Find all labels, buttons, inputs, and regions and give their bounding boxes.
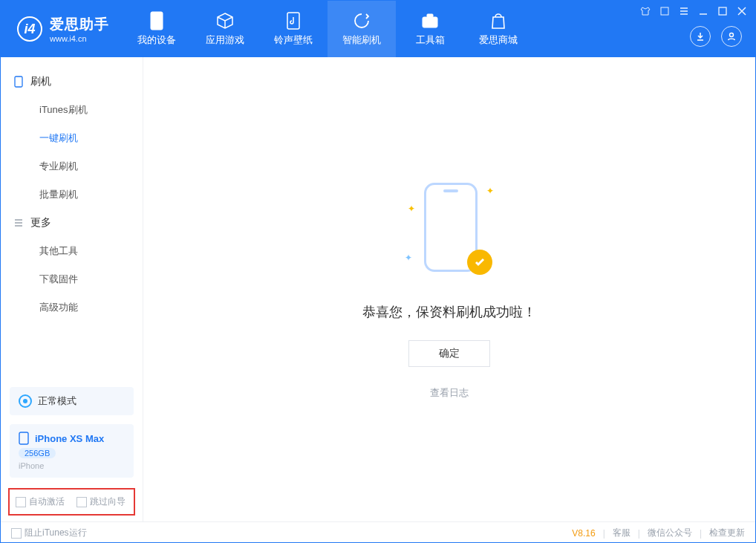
device-info[interactable]: iPhone XS Max 256GB iPhone [10, 424, 134, 478]
nav-tab-label: 工具箱 [416, 33, 445, 47]
svg-rect-0 [151, 12, 163, 30]
list-icon [13, 217, 25, 229]
tshirt-icon[interactable] [639, 5, 651, 17]
checkbox-label: 阻止iTunes运行 [25, 527, 87, 539]
checkbox-label: 跳过向导 [90, 495, 126, 508]
sidebar-item-pro[interactable]: 专业刷机 [1, 152, 143, 181]
footer-link-update[interactable]: 检查更新 [709, 527, 745, 539]
refresh-shield-icon [352, 11, 371, 30]
success-illustration: ✦ ✦ ✦ [405, 180, 494, 284]
sidebar-item-oneclick[interactable]: 一键刷机 [1, 124, 143, 152]
version-label: V8.16 [572, 528, 595, 539]
svg-rect-3 [427, 14, 433, 17]
nav-tab-label: 应用游戏 [206, 33, 244, 47]
header-actions [690, 26, 742, 47]
sidebar-group-label: 刷机 [30, 75, 51, 88]
nav-tabs: 我的设备 应用游戏 铃声壁纸 智能刷机 工具箱 爱思商城 [123, 1, 532, 57]
device-phone-icon [19, 432, 29, 445]
sidebar: 刷机 iTunes刷机 一键刷机 专业刷机 批量刷机 更多 其他工具 下载固件 … [1, 57, 143, 521]
svg-rect-7 [15, 77, 22, 87]
app-logo: i4 爱思助手 www.i4.cn [1, 1, 123, 57]
nav-tab-label: 我的设备 [137, 33, 176, 47]
sidebar-group-more[interactable]: 更多 [1, 209, 143, 237]
bag-icon [489, 11, 508, 30]
svg-rect-5 [719, 7, 726, 15]
mode-dot-icon [19, 394, 32, 408]
mode-label: 正常模式 [38, 394, 76, 408]
flash-options-highlight: 自动激活 跳过向导 [8, 488, 135, 516]
download-button[interactable] [690, 26, 711, 47]
view-log-link[interactable]: 查看日志 [430, 386, 469, 400]
minimize-icon[interactable] [697, 5, 709, 17]
logo-icon: i4 [17, 16, 42, 42]
sparkle-icon: ✦ [486, 186, 494, 196]
sparkle-icon: ✦ [408, 204, 415, 214]
toolbox-icon [420, 11, 440, 30]
nav-tab-apps[interactable]: 应用游戏 [191, 1, 259, 57]
app-name-cn: 爱思助手 [50, 15, 109, 34]
checkbox-icon [16, 497, 26, 507]
skin-icon[interactable] [659, 5, 671, 17]
sparkle-icon: ✦ [405, 253, 412, 263]
mode-indicator[interactable]: 正常模式 [10, 387, 134, 415]
sidebar-item-batch[interactable]: 批量刷机 [1, 181, 143, 209]
music-file-icon [284, 11, 303, 30]
sidebar-group-flash[interactable]: 刷机 [1, 68, 143, 96]
sidebar-item-other[interactable]: 其他工具 [1, 237, 143, 265]
app-name-en: www.i4.cn [50, 34, 109, 43]
sidebar-group-label: 更多 [30, 216, 51, 230]
footer-link-service[interactable]: 客服 [613, 527, 630, 539]
svg-rect-4 [661, 7, 668, 15]
status-bar: 阻止iTunes运行 V8.16 | 客服 | 微信公众号 | 检查更新 [1, 521, 755, 543]
cube-icon [215, 11, 235, 30]
nav-tab-label: 智能刷机 [342, 33, 381, 47]
svg-rect-2 [423, 17, 437, 27]
account-button[interactable] [721, 26, 742, 47]
device-type: iPhone [19, 461, 125, 470]
checkbox-block-itunes[interactable]: 阻止iTunes运行 [11, 527, 87, 539]
window-controls [639, 5, 748, 17]
ok-button[interactable]: 确定 [408, 340, 490, 367]
nav-tab-label: 爱思商城 [479, 33, 518, 47]
svg-point-6 [730, 33, 734, 37]
close-icon[interactable] [736, 5, 748, 17]
checkbox-skip-guide[interactable]: 跳过向导 [76, 495, 126, 508]
menu-icon[interactable] [678, 5, 690, 17]
device-icon [13, 76, 25, 88]
checkbox-label: 自动激活 [29, 495, 65, 508]
device-capacity: 256GB [19, 448, 56, 458]
footer-link-wechat[interactable]: 微信公众号 [648, 527, 692, 539]
nav-tab-ring[interactable]: 铃声壁纸 [259, 1, 328, 57]
main-content: ✦ ✦ ✦ 恭喜您，保资料刷机成功啦！ 确定 查看日志 [143, 57, 755, 521]
nav-tab-store[interactable]: 爱思商城 [464, 1, 532, 57]
sidebar-item-advanced[interactable]: 高级功能 [1, 293, 143, 322]
nav-tab-flash[interactable]: 智能刷机 [328, 1, 396, 57]
svg-rect-8 [19, 432, 28, 444]
success-message: 恭喜您，保资料刷机成功啦！ [362, 303, 536, 321]
sidebar-item-firmware[interactable]: 下载固件 [1, 265, 143, 293]
phone-icon [147, 11, 166, 30]
checkbox-auto-activate[interactable]: 自动激活 [16, 495, 65, 508]
device-name: iPhone XS Max [35, 433, 104, 444]
title-bar: i4 爱思助手 www.i4.cn 我的设备 应用游戏 铃声壁纸 智能刷机 工具… [1, 1, 755, 57]
check-badge-icon [467, 250, 492, 275]
nav-tab-label: 铃声壁纸 [274, 33, 313, 47]
nav-tab-toolbox[interactable]: 工具箱 [396, 1, 464, 57]
checkbox-icon [76, 497, 87, 507]
checkbox-icon [11, 528, 22, 539]
maximize-icon[interactable] [717, 5, 729, 17]
sidebar-item-itunes[interactable]: iTunes刷机 [1, 96, 143, 124]
nav-tab-device[interactable]: 我的设备 [123, 1, 191, 57]
